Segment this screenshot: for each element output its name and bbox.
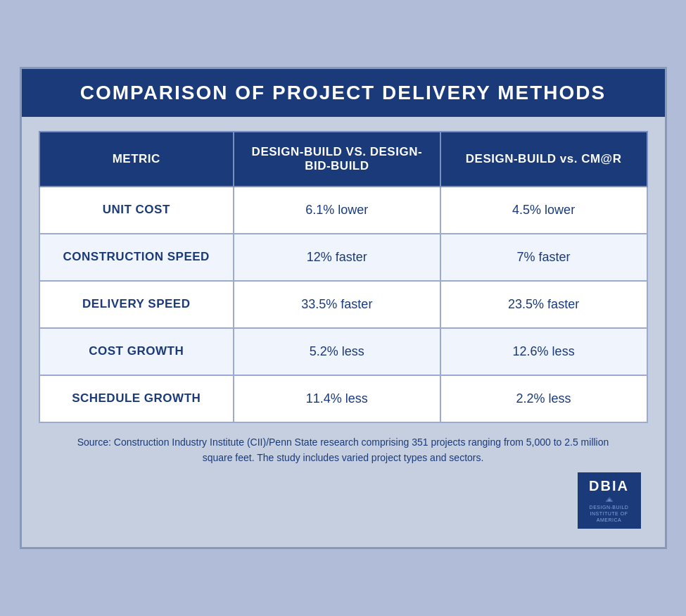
header-metric: METRIC: [39, 132, 234, 187]
table-row: UNIT COST6.1% lower4.5% lower: [39, 187, 647, 234]
cell-col2: 2.2% less: [440, 375, 647, 422]
cell-col2: 12.6% less: [440, 328, 647, 375]
header-col2: DESIGN-BUILD vs. CM@R: [440, 132, 647, 187]
dbia-acronym: DBIA: [589, 478, 629, 494]
source-text: Source: Construction Industry Institute …: [39, 434, 648, 466]
comparison-card: COMPARISON OF PROJECT DELIVERY METHODS M…: [20, 67, 667, 550]
cell-col1: 5.2% less: [234, 328, 440, 375]
header-col1: DESIGN-BUILD VS. DESIGN-BID-BUILD: [234, 132, 440, 187]
dbia-logo: DBIA DESIGN-BUILDINSTITUTE OF AMERICA: [578, 472, 641, 529]
dbia-subtext: DESIGN-BUILDINSTITUTE OF AMERICA: [583, 504, 635, 523]
cell-metric: UNIT COST: [39, 187, 234, 234]
svg-rect-2: [608, 500, 610, 501]
table-row: COST GROWTH5.2% less12.6% less: [39, 328, 647, 375]
cell-col2: 4.5% lower: [440, 187, 647, 234]
footer: DBIA DESIGN-BUILDINSTITUTE OF AMERICA: [39, 472, 648, 536]
cell-col1: 33.5% faster: [234, 281, 440, 328]
table-row: CONSTRUCTION SPEED12% faster7% faster: [39, 234, 647, 281]
page-title: COMPARISON OF PROJECT DELIVERY METHODS: [39, 82, 648, 104]
cell-col1: 12% faster: [234, 234, 440, 281]
comparison-table: METRIC DESIGN-BUILD VS. DESIGN-BID-BUILD…: [39, 131, 648, 423]
cell-metric: CONSTRUCTION SPEED: [39, 234, 234, 281]
table-header-row: METRIC DESIGN-BUILD VS. DESIGN-BID-BUILD…: [39, 132, 647, 187]
table-row: SCHEDULE GROWTH11.4% less2.2% less: [39, 375, 647, 422]
cell-col1: 11.4% less: [234, 375, 440, 422]
cell-metric: SCHEDULE GROWTH: [39, 375, 234, 422]
card-body: METRIC DESIGN-BUILD VS. DESIGN-BID-BUILD…: [22, 117, 665, 548]
cell-col2: 23.5% faster: [440, 281, 647, 328]
cell-metric: COST GROWTH: [39, 328, 234, 375]
cell-metric: DELIVERY SPEED: [39, 281, 234, 328]
table-row: DELIVERY SPEED33.5% faster23.5% faster: [39, 281, 647, 328]
dbia-logo-icon: [592, 497, 627, 502]
title-bar: COMPARISON OF PROJECT DELIVERY METHODS: [22, 69, 665, 117]
cell-col2: 7% faster: [440, 234, 647, 281]
cell-col1: 6.1% lower: [234, 187, 440, 234]
